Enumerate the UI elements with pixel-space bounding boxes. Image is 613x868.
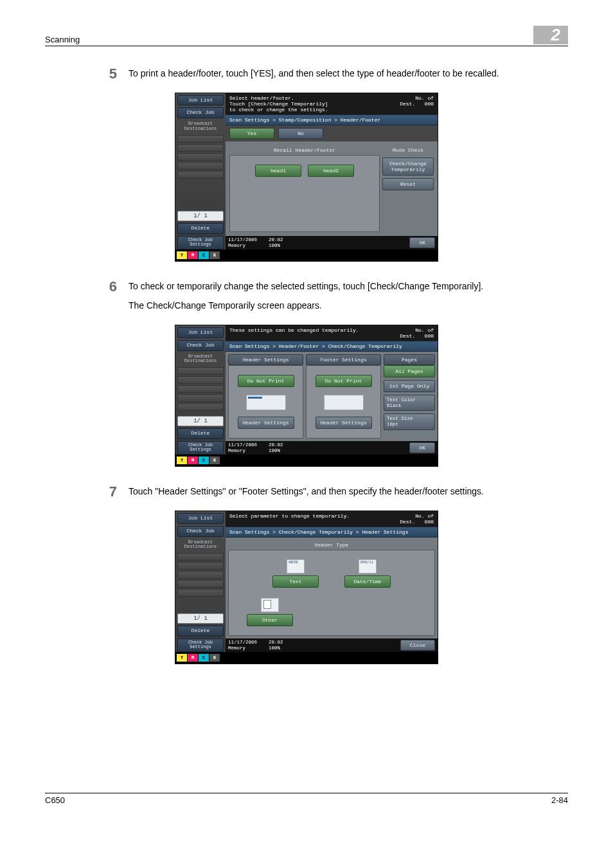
close-button[interactable]: Close [400,640,435,651]
job-list-button[interactable]: Job List [177,513,224,524]
check-change-temp-button[interactable]: Check/Change Temporarily [382,158,434,176]
toner-c-icon: C [199,654,209,662]
sidebar-page: 1/ 1 [177,613,224,624]
dest-slot [177,162,224,170]
dest-slot [177,553,224,561]
job-list-button[interactable]: Job List [177,327,224,338]
mode-check-label: Mode Check [382,145,434,155]
dest-counter: No. of Dest. 000 [400,327,434,339]
dest-slot [177,171,224,179]
ok-button[interactable]: OK [409,442,435,453]
dest-slot [177,589,224,597]
footer-settings-button[interactable]: Header Settings [315,417,372,429]
breadcrumb: Scan Settings > Stamp/Composition > Head… [226,114,438,125]
step-5-text: To print a header/footer, touch [YES], a… [129,68,568,78]
sidebar-page: 1/ 1 [177,416,224,426]
status-datetime: 11/17/2006 20:02 Memory 100% [228,442,283,453]
job-list-button[interactable]: Job List [177,95,224,106]
dest-slot [177,144,224,152]
delete-button[interactable]: Delete [177,223,224,234]
step-number-5: 5 [103,66,129,82]
chapter-number: 2 [533,26,568,44]
step-6-text-1: To check or temporarily change the selec… [129,281,568,291]
breadcrumb: Scan Settings > Check/Change Temporarily… [226,527,438,538]
text-button[interactable]: Text [272,575,319,588]
header-type-title: Header Type [228,540,435,550]
head2-button[interactable]: head2 [308,165,354,177]
step-number-6: 6 [103,278,129,295]
recall-title: Recall Header/Footer [229,145,380,155]
toner-m-icon: M [188,251,198,259]
dest-counter: No. of Dest. 000 [400,95,434,113]
yes-button[interactable]: Yes [229,128,274,139]
text-size-button[interactable]: Text Size 10pt [384,413,435,429]
dest-slot [177,580,224,588]
dest-slot [177,562,224,570]
toner-y-icon: Y [177,457,187,464]
step-number-7: 7 [103,484,129,500]
broadcast-label: Broadcast Destinations [177,120,224,132]
toner-m-icon: M [188,654,198,662]
delete-button[interactable]: Delete [177,626,224,637]
header-settings-button[interactable]: Header Settings [238,417,294,429]
status-datetime: 11/17/2006 20:02 Memory 100% [228,640,283,651]
header-do-not-print-button[interactable]: Do Not Print [238,375,294,387]
page-header: Scanning 2 [45,26,568,46]
instruction-message: These settings can be changed temporaril… [229,327,359,339]
footer-preview-icon [324,395,364,410]
footer-settings-col: Footer Settings [306,354,381,365]
toner-c-icon: C [199,251,209,259]
toner-k-icon: K [209,654,220,662]
header-section: Scanning [45,35,80,44]
toner-y-icon: Y [177,654,187,662]
ok-button[interactable]: OK [409,237,435,248]
first-page-only-button[interactable]: 1st Page Only [384,380,435,392]
page-footer: C650 2-84 [45,793,568,805]
dest-slot [177,403,224,411]
footer-do-not-print-button[interactable]: Do Not Print [315,375,372,387]
check-job-button[interactable]: Check Job [177,340,224,351]
header-settings-col: Header Settings [228,354,303,365]
screenshot-check-change-temp: Job List Check Job Broadcast Destination… [175,325,438,467]
broadcast-label: Broadcast Destinations [177,353,224,365]
instruction-message: Select parameter to change temporarily. [229,513,350,525]
footer-page: 2-84 [551,795,568,805]
step-7-text: Touch "Header Settings" or "Footer Setti… [129,486,568,496]
broadcast-label: Broadcast Destinations [177,539,224,551]
step-6-text-2: The Check/Change Temporarily screen appe… [129,300,568,311]
delete-button[interactable]: Delete [177,428,224,439]
dest-slot [177,367,224,375]
screenshot-header-settings: Job List Check Job Broadcast Destination… [175,511,438,664]
date-time-icon [359,559,377,574]
header-preview-icon [246,395,286,410]
screenshot-recall-header-footer: Job List Check Job Broadcast Destination… [175,93,438,262]
other-button[interactable]: Other [247,614,293,626]
status-datetime: 11/17/2006 20:02 Memory 100% [228,237,283,248]
dest-slot [177,571,224,579]
check-job-settings-button[interactable]: Check Job Settings [177,638,224,652]
dest-slot [177,394,224,402]
breadcrumb: Scan Settings > Header/Footer > Check/Ch… [226,341,438,352]
toner-k-icon: K [209,457,220,464]
head1-button[interactable]: head1 [255,165,301,177]
check-job-button[interactable]: Check Job [177,107,224,118]
dest-slot [177,135,224,143]
check-job-button[interactable]: Check Job [177,526,224,537]
check-job-settings-button[interactable]: Check Job Settings [177,441,224,455]
toner-k-icon: K [209,251,220,259]
no-button[interactable]: No [278,128,323,139]
toner-c-icon: C [199,457,209,464]
dest-slot [177,385,224,393]
sidebar-page: 1/ 1 [177,211,224,221]
date-time-button[interactable]: Date/Time [344,575,391,588]
instruction-message: Select header/footer. Touch [Check/Chang… [229,95,328,113]
other-icon [261,598,279,612]
dest-slot [177,153,224,161]
check-job-settings-button[interactable]: Check Job Settings [177,236,224,249]
toner-m-icon: M [188,457,198,464]
dest-counter: No. of Dest. 000 [400,513,434,525]
footer-model: C650 [45,795,65,805]
text-color-button[interactable]: Text Color Black [384,395,435,411]
reset-button[interactable]: Reset [382,178,434,190]
all-pages-button[interactable]: All Pages [384,365,435,377]
